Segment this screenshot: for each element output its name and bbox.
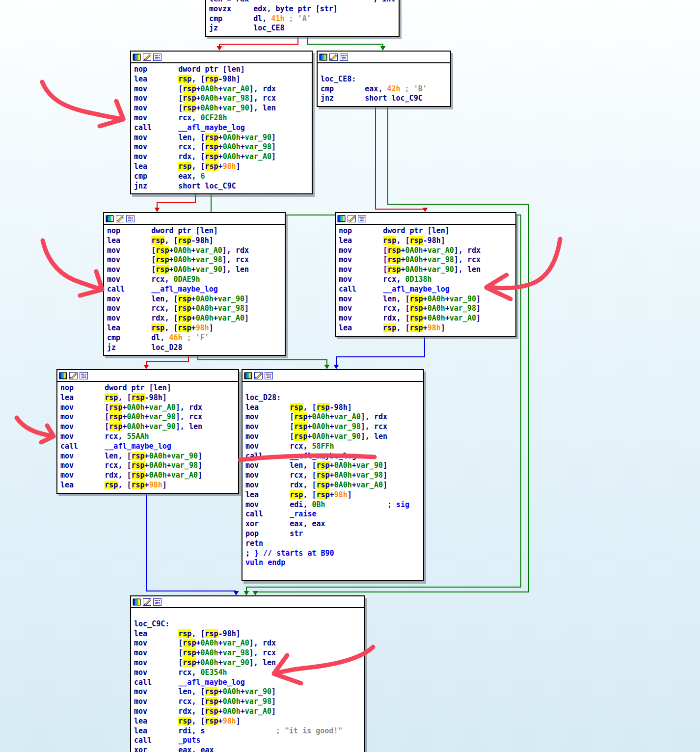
asm-line[interactable]: mov rdx, [rsp+0A0h+var_A0] <box>60 471 236 481</box>
asm-line[interactable]: nop dword ptr [len] <box>60 383 236 393</box>
asm-line[interactable]: mov [rsp+0A0h+var_A0], rdx <box>107 246 283 256</box>
asm-line[interactable]: mov [rsp+0A0h+var_98], rcx <box>134 648 362 658</box>
asm-line[interactable]: jz loc_CE8 <box>209 24 397 33</box>
asm-line[interactable]: mov len, [rsp+0A0h+var_90] <box>107 295 283 304</box>
asm-line[interactable]: mov [rsp+0A0h+var_98], rcx <box>107 255 283 265</box>
asm-line[interactable]: cmp dl, 46h ; 'F' <box>107 333 283 343</box>
asm-line[interactable]: cmp eax, 6 <box>134 172 310 182</box>
asm-line[interactable]: call __afl_maybe_log <box>245 452 421 461</box>
asm-line[interactable]: cmp dl, 41h ; 'A' <box>209 14 397 24</box>
asm-line[interactable]: mov rdx, [rsp+0A0h+var_A0] <box>134 707 362 717</box>
asm-line[interactable]: xor eax, eax <box>245 519 421 529</box>
asm-line[interactable]: mov [rsp+0A0h+var_98], rcx <box>339 255 513 265</box>
asm-line[interactable]: mov rdx, [rsp+0A0h+var_A0] <box>339 314 513 323</box>
asm-line[interactable]: jnz short loc_C9C <box>321 94 448 104</box>
asm-line[interactable]: lea rsp, [rsp+98h] <box>134 162 310 172</box>
node-loc-D28[interactable]: loc_D28:lea rsp, [rsp-98h]mov [rsp+0A0h+… <box>242 369 424 581</box>
asm-line[interactable]: call _puts <box>134 736 362 746</box>
asm-line[interactable]: mov rcx, [rsp+0A0h+var_98] <box>245 471 421 481</box>
asm-line[interactable]: mov len, [rsp+0A0h+var_90] <box>134 133 310 143</box>
asm-line[interactable]: vuln endp <box>245 558 421 568</box>
asm-line[interactable]: mov [rsp+0A0h+var_90], len <box>134 658 362 668</box>
asm-line[interactable]: mov rcx, 0E354h <box>134 668 362 678</box>
asm-line[interactable]: mov [rsp+0A0h+var_A0], rdx <box>134 84 310 94</box>
asm-line[interactable]: mov [rsp+0A0h+var_90], len <box>339 265 513 275</box>
asm-line[interactable]: mov rcx, 55AAh <box>60 432 236 442</box>
asm-line[interactable]: mov [rsp+0A0h+var_98], rcx <box>60 412 236 422</box>
asm-line[interactable]: mov [rsp+0A0h+var_90], len <box>107 265 283 275</box>
node-afl-0DAE9[interactable]: nop dword ptr [len]lea rsp, [rsp-98h]mov… <box>103 212 286 356</box>
asm-line[interactable]: lea rsp, [rsp+98h] <box>60 481 236 490</box>
node-color-palette-icon[interactable] <box>337 215 346 222</box>
asm-line[interactable]: mov len, [rsp+0A0h+var_90] <box>60 452 236 461</box>
asm-line[interactable]: lea rsp, [rsp-98h] <box>339 236 513 246</box>
asm-line[interactable]: call __afl_maybe_log <box>134 123 310 133</box>
asm-line[interactable]: lea rdi, s ; "it is good!" <box>134 726 362 736</box>
asm-line[interactable]: xor eax, eax <box>134 746 362 752</box>
asm-line[interactable]: lea rsp, [rsp-98h] <box>245 403 421 413</box>
asm-line[interactable] <box>321 65 448 75</box>
asm-line[interactable]: call __afl_maybe_log <box>339 285 513 295</box>
asm-line[interactable]: call __afl_maybe_log <box>134 678 362 688</box>
asm-line[interactable]: mov rcx, [rsp+0A0h+var_98] <box>60 461 236 471</box>
asm-line[interactable]: call _raise <box>245 510 421 519</box>
asm-line[interactable]: lea rsp, [rsp-98h] <box>134 629 362 639</box>
asm-line[interactable]: nop dword ptr [len] <box>339 226 513 236</box>
node-color-palette-icon[interactable] <box>106 215 114 222</box>
asm-line[interactable]: mov rcx, 0CF28h <box>134 113 310 123</box>
edit-pencil-icon[interactable] <box>116 215 124 222</box>
asm-line[interactable] <box>245 383 421 393</box>
asm-line[interactable]: retn <box>245 539 421 549</box>
asm-line[interactable]: mov len, [rsp+0A0h+var_90] <box>134 687 362 697</box>
edit-pencil-icon[interactable] <box>254 372 263 379</box>
asm-line[interactable]: lea rsp, [rsp+98h] <box>245 490 421 500</box>
asm-line[interactable]: mov [rsp+0A0h+var_A0], rdx <box>60 403 236 413</box>
asm-line[interactable]: pop str <box>245 529 421 539</box>
asm-line[interactable]: cmp eax, 42h ; 'B' <box>321 84 448 94</box>
asm-line[interactable]: mov rdx, [rsp+0A0h+var_A0] <box>134 152 310 162</box>
graph-layout-icon[interactable] <box>265 372 273 379</box>
asm-line[interactable]: lea rsp, [rsp+98h] <box>107 323 283 333</box>
asm-line[interactable]: jnz short loc_C9C <box>134 182 310 191</box>
asm-line[interactable]: loc_D28: <box>245 393 421 403</box>
graph-layout-icon[interactable] <box>153 598 162 606</box>
graph-layout-icon[interactable] <box>358 215 366 222</box>
node-loc-CE8[interactable]: loc_CE8:cmp eax, 42h ; 'B'jnz short loc_… <box>317 51 451 107</box>
node-entry-partial[interactable]: len = rax , intmovzx edx, byte ptr [str]… <box>205 0 400 37</box>
edit-pencil-icon[interactable] <box>143 54 151 61</box>
asm-line[interactable]: mov [rsp+0A0h+var_A0], rdx <box>339 246 513 256</box>
node-color-palette-icon[interactable] <box>319 54 327 61</box>
graph-canvas[interactable]: len = rax , intmovzx edx, byte ptr [str]… <box>0 0 700 752</box>
asm-line[interactable]: nop dword ptr [len] <box>134 65 310 75</box>
asm-line[interactable]: mov [rsp+0A0h+var_98], rcx <box>134 94 310 104</box>
asm-line[interactable]: lea rsp, [rsp-98h] <box>134 75 310 84</box>
asm-line[interactable]: loc_C9C: <box>134 619 362 629</box>
graph-layout-icon[interactable] <box>80 372 88 379</box>
asm-line[interactable]: mov len, [rsp+0A0h+var_90] <box>245 461 421 471</box>
asm-line[interactable]: mov rcx, 58FFh <box>245 442 421 452</box>
asm-line[interactable]: mov len, [rsp+0A0h+var_90] <box>339 295 513 304</box>
asm-line[interactable] <box>134 610 362 619</box>
asm-line[interactable]: call __afl_maybe_log <box>60 442 236 452</box>
asm-line[interactable]: len = rax , int <box>209 0 397 4</box>
asm-line[interactable]: nop dword ptr [len] <box>107 226 283 236</box>
node-afl-55AA[interactable]: nop dword ptr [len]lea rsp, [rsp-98h]mov… <box>56 369 239 494</box>
asm-line[interactable]: mov rcx, 0D138h <box>339 275 513 285</box>
asm-line[interactable]: mov rcx, [rsp+0A0h+var_98] <box>134 697 362 707</box>
asm-line[interactable]: lea rsp, [rsp+98h] <box>339 323 513 333</box>
node-loc-C9C[interactable]: loc_C9C:lea rsp, [rsp-98h]mov [rsp+0A0h+… <box>130 595 365 752</box>
graph-layout-icon[interactable] <box>153 54 162 61</box>
asm-line[interactable]: mov [rsp+0A0h+var_A0], rdx <box>245 412 421 422</box>
asm-line[interactable]: lea rsp, [rsp-98h] <box>107 236 283 246</box>
edit-pencil-icon[interactable] <box>329 54 338 61</box>
asm-line[interactable] <box>245 568 421 578</box>
node-color-palette-icon[interactable] <box>244 372 252 379</box>
graph-layout-icon[interactable] <box>126 215 135 222</box>
node-afl-0CF28[interactable]: nop dword ptr [len]lea rsp, [rsp-98h]mov… <box>130 51 313 194</box>
edit-pencil-icon[interactable] <box>69 372 78 379</box>
edit-pencil-icon[interactable] <box>348 215 356 222</box>
asm-line[interactable]: mov [rsp+0A0h+var_90], len <box>134 104 310 113</box>
asm-line[interactable]: ; } // starts at B90 <box>245 549 421 559</box>
asm-line[interactable]: lea rsp, [rsp-98h] <box>60 393 236 403</box>
asm-line[interactable]: jz loc_D28 <box>107 343 283 353</box>
